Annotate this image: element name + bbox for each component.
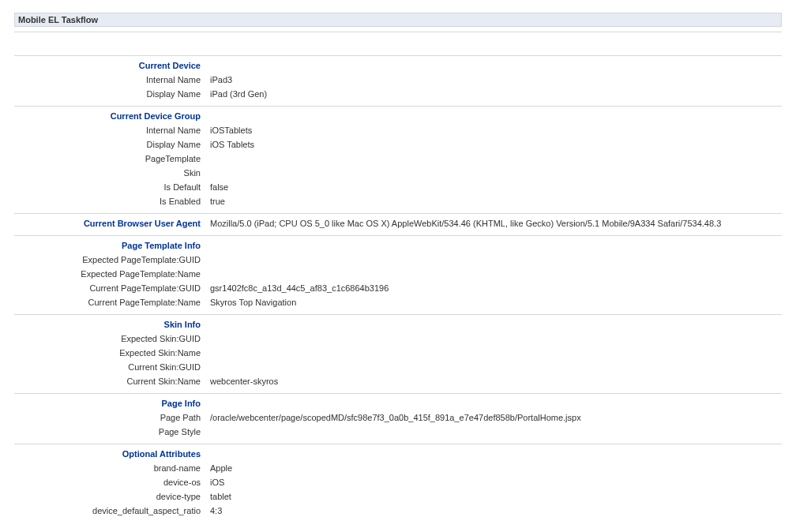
label-brand-name: brand-name [14, 461, 205, 475]
label-display-name: Display Name [14, 87, 205, 101]
row-internal-name: Internal Name iPad3 [14, 73, 782, 87]
label-group-is-enabled: Is Enabled [14, 194, 205, 208]
value-group-is-default: false [205, 180, 782, 194]
label-expected-skin-guid: Expected Skin:GUID [14, 332, 205, 346]
value-page-path: /oracle/webcenter/page/scopedMD/sfc98e7f… [205, 410, 782, 425]
label-expected-pt-name: Expected PageTemplate:Name [14, 267, 205, 281]
section-user-agent: Current Browser User Agent Mozilla/5.0 (… [14, 213, 782, 235]
label-current-pt-name: Current PageTemplate:Name [14, 295, 205, 309]
section-current-device-group: Current Device Group Internal Name iOSTa… [14, 106, 782, 213]
value-user-agent: Mozilla/5.0 (iPad; CPU OS 5_0 like Mac O… [205, 216, 782, 230]
row-page-style: Page Style [14, 425, 782, 439]
row-group-display-name: Display Name iOS Tablets [14, 137, 782, 152]
label-current-pt-guid: Current PageTemplate:GUID [14, 281, 205, 295]
header-current-device-group: Current Device Group [14, 109, 205, 123]
value-display-name: iPad (3rd Gen) [205, 87, 782, 101]
row-aspect-ratio: device_default_aspect_ratio 4:3 [14, 504, 782, 518]
row-group-skin: Skin [14, 166, 782, 180]
label-group-internal-name: Internal Name [14, 123, 205, 137]
row-expected-pt-name: Expected PageTemplate:Name [14, 267, 782, 281]
label-current-skin-guid: Current Skin:GUID [14, 360, 205, 374]
label-page-style: Page Style [14, 425, 205, 439]
row-display-name: Display Name iPad (3rd Gen) [14, 87, 782, 101]
value-internal-name: iPad3 [205, 73, 782, 87]
section-page-info: Page Info Page Path /oracle/webcenter/pa… [14, 393, 782, 444]
panel-title: Mobile EL Taskflow [14, 13, 782, 27]
value-group-is-enabled: true [205, 194, 782, 208]
gap [14, 32, 782, 55]
row-current-pt-guid: Current PageTemplate:GUID gsr1402fc8c_a1… [14, 281, 782, 295]
row-device-type: device-type tablet [14, 489, 782, 504]
header-user-agent: Current Browser User Agent [14, 216, 205, 230]
label-group-display-name: Display Name [14, 137, 205, 152]
label-current-skin-name: Current Skin:Name [14, 374, 205, 388]
section-current-device: Current Device Internal Name iPad3 Displ… [14, 55, 782, 106]
section-page-template-info: Page Template Info Expected PageTemplate… [14, 235, 782, 314]
row-group-internal-name: Internal Name iOSTablets [14, 123, 782, 137]
row-current-skin-name: Current Skin:Name webcenter-skyros [14, 374, 782, 388]
row-group-is-default: Is Default false [14, 180, 782, 194]
row-page-path: Page Path /oracle/webcenter/page/scopedM… [14, 410, 782, 425]
label-page-path: Page Path [14, 410, 205, 425]
label-group-page-template: PageTemplate [14, 152, 205, 166]
row-expected-skin-guid: Expected Skin:GUID [14, 332, 782, 346]
row-current-skin-guid: Current Skin:GUID [14, 360, 782, 374]
header-page-info: Page Info [14, 396, 205, 410]
label-device-type: device-type [14, 489, 205, 504]
value-group-display-name: iOS Tablets [205, 137, 782, 152]
label-internal-name: Internal Name [14, 73, 205, 87]
value-aspect-ratio: 4:3 [205, 504, 782, 518]
label-expected-pt-guid: Expected PageTemplate:GUID [14, 253, 205, 267]
row-group-page-template: PageTemplate [14, 152, 782, 166]
row-expected-pt-guid: Expected PageTemplate:GUID [14, 253, 782, 267]
value-group-internal-name: iOSTablets [205, 123, 782, 137]
header-page-template-info: Page Template Info [14, 238, 205, 253]
value-current-pt-name: Skyros Top Navigation [205, 295, 782, 309]
value-device-os: iOS [205, 475, 782, 489]
label-group-skin: Skin [14, 166, 205, 180]
row-brand-name: brand-name Apple [14, 461, 782, 475]
value-current-skin-name: webcenter-skyros [205, 374, 782, 388]
row-current-pt-name: Current PageTemplate:Name Skyros Top Nav… [14, 295, 782, 309]
value-device-type: tablet [205, 489, 782, 504]
label-aspect-ratio: device_default_aspect_ratio [14, 504, 205, 518]
header-current-device: Current Device [14, 58, 205, 73]
header-skin-info: Skin Info [14, 317, 205, 332]
label-group-is-default: Is Default [14, 180, 205, 194]
header-optional-attributes: Optional Attributes [14, 447, 205, 461]
row-group-is-enabled: Is Enabled true [14, 194, 782, 208]
row-device-os: device-os iOS [14, 475, 782, 489]
section-skin-info: Skin Info Expected Skin:GUID Expected Sk… [14, 314, 782, 393]
label-expected-skin-name: Expected Skin:Name [14, 346, 205, 360]
row-expected-skin-name: Expected Skin:Name [14, 346, 782, 360]
value-current-pt-guid: gsr1402fc8c_a13d_44c5_af83_c1c6864b3196 [205, 281, 782, 295]
container: Mobile EL Taskflow Current Device Intern… [0, 13, 796, 523]
label-device-os: device-os [14, 475, 205, 489]
value-brand-name: Apple [205, 461, 782, 475]
section-optional-attributes: Optional Attributes brand-name Apple dev… [14, 444, 782, 523]
